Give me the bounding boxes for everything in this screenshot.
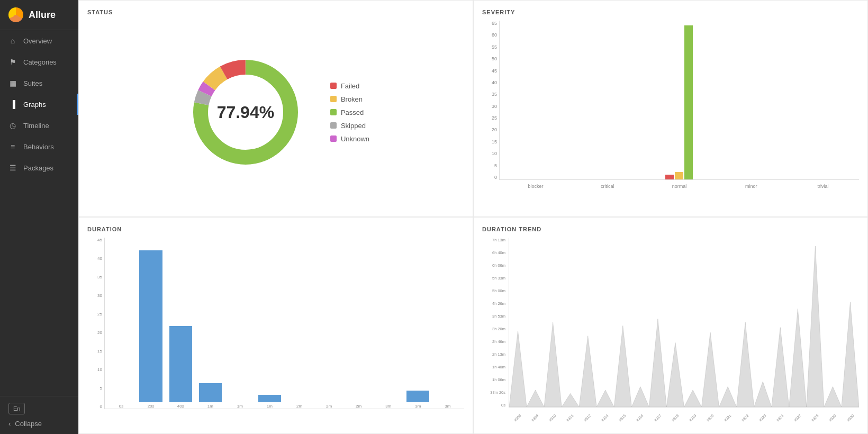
dur-bar-label: 1m — [237, 404, 243, 409]
duration-panel: DURATION 45 40 35 30 25 20 15 10 5 0 0s2… — [78, 217, 473, 434]
severity-title: SEVERITY — [482, 9, 859, 15]
sidebar-item-graphs[interactable]: ▐ Graphs — [0, 94, 78, 115]
sidebar-label-categories: Categories — [23, 58, 57, 66]
legend-label-failed: Failed — [341, 82, 359, 90]
sidebar-label-behaviors: Behaviors — [23, 143, 54, 151]
collapse-button[interactable]: ‹ Collapse — [8, 420, 70, 428]
duration-bar-2m: 2m — [345, 238, 373, 409]
dur-bar-label: 0s — [119, 404, 123, 409]
duration-bar-20s: 20s — [137, 238, 165, 409]
dur-bar-fill — [139, 250, 162, 402]
trend-xlabel: #308 — [513, 414, 522, 422]
sidebar-item-behaviors[interactable]: ≡ Behaviors — [0, 136, 78, 157]
legend-label-passed: Passed — [341, 108, 364, 116]
sev-label-trivial: trivial — [818, 184, 829, 189]
trend-xlabel: #322 — [741, 414, 749, 422]
duration-bar-1m: 1m — [255, 238, 284, 409]
legend-label-unknown: Unknown — [341, 135, 369, 143]
duration-bar-3m: 3m — [404, 238, 432, 409]
duration-trend-title: DURATION TREND — [482, 226, 859, 232]
dur-bar-fill — [258, 395, 281, 402]
sev-label-normal: normal — [672, 184, 687, 189]
overview-icon: ⌂ — [8, 37, 17, 45]
timeline-icon: ◷ — [8, 121, 17, 130]
legend-color-passed — [330, 109, 337, 115]
duration-bar-40s: 40s — [166, 238, 195, 409]
behaviors-icon: ≡ — [8, 142, 17, 151]
trend-xlabel: #318 — [671, 414, 679, 422]
sidebar-item-packages[interactable]: ☰ Packages — [0, 157, 78, 178]
legend-item-failed: Failed — [330, 82, 369, 90]
legend-item-unknown: Unknown — [330, 135, 369, 143]
dur-bar-label: 3m — [445, 404, 450, 409]
dur-bar-label: 3m — [415, 404, 421, 409]
main-content: STATUS 77.94% Failed Broken Passed Skipp… — [78, 0, 868, 434]
sidebar-label-suites: Suites — [23, 79, 42, 87]
trend-xlabel: #317 — [653, 414, 662, 422]
trend-xlabel: #314 — [601, 414, 609, 422]
legend-color-unknown — [330, 135, 337, 142]
dur-bar-label: 2m — [326, 404, 332, 409]
trend-xlabel: #327 — [793, 414, 802, 422]
trend-svg — [509, 238, 859, 407]
trend-xlabel: #323 — [758, 414, 767, 422]
sev-label-critical: critical — [601, 184, 614, 189]
logo-icon — [8, 7, 23, 22]
sidebar-item-timeline[interactable]: ◷ Timeline — [0, 115, 78, 136]
donut-percentage: 77.94% — [217, 103, 275, 122]
status-legend: Failed Broken Passed Skipped Unknown — [330, 82, 369, 143]
legend-color-failed — [330, 83, 337, 89]
duration-bar-0s: 0s — [107, 238, 135, 409]
nav-menu: ⌂ Overview⚑ Categories▦ Suites▐ Graphs◷ … — [0, 30, 78, 178]
chevron-left-icon: ‹ — [8, 420, 11, 428]
sidebar-label-timeline: Timeline — [23, 122, 49, 130]
status-title: STATUS — [87, 9, 464, 15]
sidebar-item-overview[interactable]: ⌂ Overview — [0, 30, 78, 51]
sidebar-label-graphs: Graphs — [23, 101, 46, 108]
trend-xlabel: #321 — [724, 414, 732, 422]
sev-label-minor: minor — [745, 184, 757, 189]
dur-bar-label: 2m — [356, 404, 361, 409]
legend-item-broken: Broken — [330, 95, 369, 103]
trend-xlabel: #312 — [583, 414, 592, 422]
trend-xlabel: #324 — [776, 414, 784, 422]
categories-icon: ⚑ — [8, 58, 17, 66]
legend-color-skipped — [330, 122, 337, 129]
dur-bar-label: 1m — [207, 404, 213, 409]
sidebar-bottom: En ‹ Collapse — [0, 396, 78, 434]
sidebar-label-packages: Packages — [23, 164, 53, 172]
trend-xlabel: #311 — [566, 414, 574, 422]
sidebar-item-suites[interactable]: ▦ Suites — [0, 73, 78, 94]
sev-bar-normal-failed — [665, 175, 674, 179]
logo-area: Allure — [0, 0, 78, 30]
trend-xlabel: #309 — [531, 414, 539, 422]
duration-title: DURATION — [87, 226, 464, 232]
duration-trend-panel: DURATION TREND 7h 13m 6h 40m 6h 06m 5h 3… — [473, 217, 868, 434]
donut-chart: 77.94% — [182, 49, 309, 176]
dur-bar-label: 1m — [267, 404, 273, 409]
trend-xlabel: #329 — [828, 414, 837, 422]
status-panel: STATUS 77.94% Failed Broken Passed Skipp… — [78, 0, 473, 217]
sidebar-item-categories[interactable]: ⚑ Categories — [0, 51, 78, 73]
logo-text: Allure — [29, 10, 56, 21]
legend-label-skipped: Skipped — [341, 122, 366, 130]
trend-xlabel: #330 — [846, 414, 854, 422]
trend-xlabel: #316 — [636, 414, 644, 422]
duration-bar-3m: 3m — [374, 238, 403, 409]
packages-icon: ☰ — [8, 164, 17, 172]
sidebar: Allure ⌂ Overview⚑ Categories▦ Suites▐ G… — [0, 0, 78, 434]
sev-bar-normal-broken — [675, 172, 683, 179]
legend-color-broken — [330, 96, 337, 102]
legend-item-skipped: Skipped — [330, 122, 369, 130]
lang-button[interactable]: En — [8, 403, 25, 414]
dur-bar-label: 3m — [385, 404, 391, 409]
trend-xlabel: #320 — [706, 414, 715, 422]
legend-item-passed: Passed — [330, 108, 369, 116]
sev-bar-normal-passed — [684, 25, 693, 179]
graphs-icon: ▐ — [8, 100, 17, 108]
duration-bar-3m: 3m — [433, 238, 462, 409]
dur-bar-fill — [406, 391, 429, 402]
duration-bar-2m: 2m — [285, 238, 313, 409]
duration-bar-1m: 1m — [196, 238, 224, 409]
trend-xlabel: #315 — [618, 414, 627, 422]
